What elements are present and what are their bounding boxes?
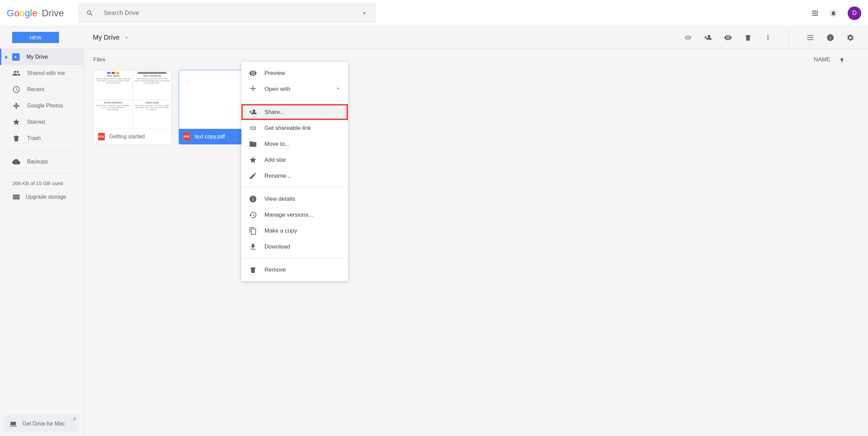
apps-icon[interactable] (811, 9, 819, 17)
breadcrumb[interactable]: My Drive (93, 34, 129, 41)
search-options-dropdown-icon[interactable] (361, 9, 368, 17)
search-input[interactable] (104, 9, 361, 17)
sidebar-item-label: My Drive (26, 54, 48, 60)
file-name: Getting started (109, 134, 145, 140)
trash-icon (12, 134, 20, 142)
menu-item-manage-versions[interactable]: Manage versions... (241, 207, 348, 223)
expand-arrow-icon[interactable]: ▶ (5, 55, 8, 59)
pdf-icon: PDF (98, 133, 105, 140)
divider (789, 26, 789, 49)
menu-item-share[interactable]: Share... (241, 104, 348, 120)
storage-icon (12, 193, 20, 201)
menu-item-rename[interactable]: Rename... (241, 168, 348, 184)
menu-item-move-to[interactable]: Move to... (241, 136, 348, 152)
menu-item-shareable-link[interactable]: Get shareable link (241, 120, 348, 136)
menu-item-make-copy[interactable]: Make a copy (241, 223, 348, 239)
menu-label: Move to... (264, 141, 290, 147)
divider (8, 173, 75, 174)
sidebar-item-starred[interactable]: Starred (0, 114, 83, 130)
sidebar-item-label: Recent (27, 86, 44, 93)
context-menu: Preview Open with Share... Get shareable… (241, 62, 348, 281)
menu-label: View details (264, 196, 295, 202)
file-card[interactable]: Store safelyAdd any file you want to kee… (93, 70, 172, 144)
sidebar-item-label: Starred (27, 119, 45, 125)
menu-label: Make a copy (264, 227, 297, 234)
menu-label: Open with (264, 86, 291, 93)
divider (8, 150, 75, 150)
pdf-icon: PDF (183, 133, 190, 140)
get-link-icon[interactable] (684, 34, 692, 42)
more-actions-icon[interactable] (764, 34, 772, 42)
menu-label: Download (264, 243, 290, 250)
menu-label: Preview (264, 70, 285, 77)
google-logo: Google (7, 8, 37, 19)
menu-item-add-star[interactable]: Add star (241, 152, 348, 168)
list-view-icon[interactable] (806, 34, 814, 42)
sidebar-item-shared[interactable]: Shared with me (0, 65, 83, 81)
close-icon[interactable]: ✕ (73, 416, 77, 422)
drive-icon (12, 53, 20, 61)
sidebar-item-photos[interactable]: Google Photos (0, 98, 83, 114)
menu-label: Add star (264, 157, 286, 163)
upgrade-label: Upgrade storage (26, 194, 66, 200)
upgrade-storage-link[interactable]: Upgrade storage (0, 193, 83, 201)
sidebar-item-backups[interactable]: Backups (0, 154, 83, 170)
sidebar-item-recent[interactable]: Recent (0, 81, 83, 98)
settings-icon[interactable] (846, 34, 854, 42)
clock-icon (12, 85, 20, 94)
sidebar: ▶ My Drive Shared with me Recent Google … (0, 49, 84, 436)
sidebar-item-label: Trash (27, 135, 41, 141)
sort-arrow-up-icon (839, 57, 845, 63)
menu-item-open-with[interactable]: Open with (241, 81, 348, 97)
menu-label: Rename... (264, 173, 291, 179)
sort-label: NAME (814, 56, 830, 63)
file-thumbnail: Store safelyAdd any file you want to kee… (94, 70, 172, 129)
photos-icon (12, 102, 20, 110)
menu-item-preview[interactable]: Preview (241, 65, 348, 81)
account-avatar[interactable]: D (848, 6, 861, 20)
menu-divider (241, 100, 348, 101)
menu-divider (241, 258, 348, 258)
dropdown-icon (124, 35, 129, 40)
menu-label: Share... (264, 109, 285, 116)
sidebar-item-trash[interactable]: Trash (0, 130, 83, 146)
menu-label: Get shareable link (264, 125, 311, 132)
star-icon (12, 118, 20, 126)
trash-icon (249, 244, 257, 295)
view-details-icon[interactable] (826, 34, 834, 42)
new-button[interactable]: NEW (12, 32, 59, 43)
sidebar-item-label: Google Photos (27, 103, 63, 109)
logo[interactable]: Google Drive (7, 8, 75, 19)
sort-header[interactable]: NAME (814, 56, 845, 63)
main-content: Files NAME Store safelyAdd any file you … (84, 49, 868, 436)
product-name: Drive (42, 8, 64, 19)
storage-usage: 268 KB of 15 GB used (0, 180, 83, 186)
delete-icon[interactable] (744, 34, 752, 42)
sidebar-item-my-drive[interactable]: ▶ My Drive (0, 49, 83, 65)
breadcrumb-label: My Drive (93, 34, 120, 41)
search-box[interactable] (78, 3, 376, 23)
menu-item-view-details[interactable]: View details (241, 191, 348, 207)
menu-label: Remove (264, 266, 286, 273)
sidebar-item-label: Backups (27, 159, 48, 165)
menu-item-remove[interactable]: Remove (241, 262, 348, 278)
toolbar: NEW My Drive (0, 26, 868, 49)
menu-item-download[interactable]: Download (241, 239, 348, 255)
notifications-icon[interactable] (829, 9, 837, 17)
preview-icon[interactable] (724, 34, 732, 42)
share-icon[interactable] (704, 34, 712, 42)
people-icon (12, 69, 20, 77)
menu-label: Manage versions... (264, 212, 313, 218)
file-name: text copy.pdf (195, 134, 225, 140)
menu-divider (241, 187, 348, 187)
laptop-icon (9, 420, 17, 428)
sidebar-item-label: Shared with me (27, 70, 65, 76)
chevron-right-icon (336, 86, 340, 92)
search-icon (86, 9, 94, 17)
get-drive-promo[interactable]: Get Drive for Mac ✕ (4, 415, 79, 433)
section-label: Files (93, 56, 859, 63)
app-header: Google Drive D (0, 0, 868, 26)
cloud-icon (12, 158, 20, 166)
promo-text: Get Drive for Mac (22, 421, 65, 427)
